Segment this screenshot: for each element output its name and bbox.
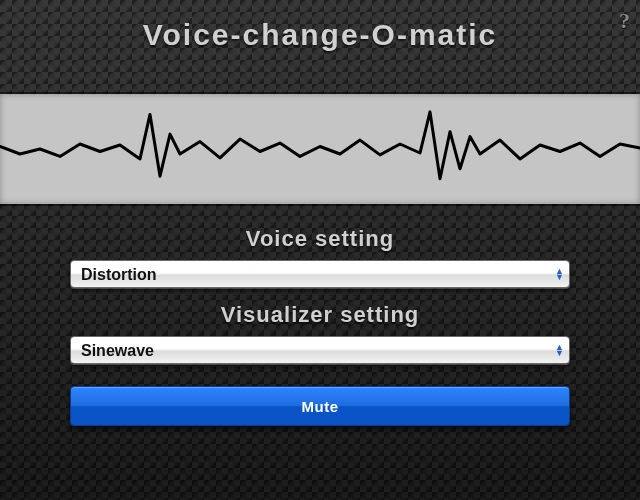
help-icon[interactable]: ? <box>619 8 630 34</box>
page-title: Voice-change-O-matic <box>0 0 640 52</box>
voice-setting-label: Voice setting <box>0 226 640 252</box>
voice-setting-select[interactable]: Distortion <box>70 260 570 288</box>
waveform-visualizer <box>0 94 640 204</box>
visualizer-setting-select[interactable]: Sinewave <box>70 336 570 364</box>
visualizer-setting-label: Visualizer setting <box>0 302 640 328</box>
mute-button[interactable]: Mute <box>70 386 570 426</box>
